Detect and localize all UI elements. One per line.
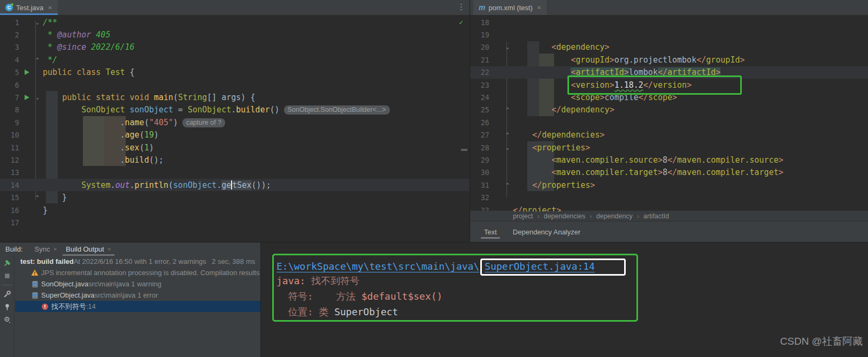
stop-icon[interactable] xyxy=(3,272,11,280)
code-line-26[interactable]: 26 xyxy=(470,116,868,128)
code-token xyxy=(513,168,551,177)
code-line-29[interactable]: 29 <maven.compiler.source>8</maven.compi… xyxy=(470,154,868,166)
code-token: > xyxy=(716,67,720,77)
breadcrumb-separator: › xyxy=(537,212,540,220)
pin-icon[interactable] xyxy=(3,303,11,311)
code-token: ge xyxy=(221,180,231,190)
code-token: * xyxy=(43,42,57,52)
code-line-9[interactable]: 9 .name("405")capture of ? xyxy=(0,116,470,128)
code-token: dependency xyxy=(556,42,604,52)
code-line-31[interactable]: 31⌃ </properties> xyxy=(470,179,868,191)
breadcrumb-item-dependencies[interactable]: dependencies xyxy=(544,212,586,220)
code-line-12[interactable]: 12 .build(); xyxy=(0,154,470,166)
code-line-6[interactable]: 6 xyxy=(0,79,470,91)
fold-marker-icon[interactable]: ⌄ xyxy=(32,95,43,100)
line-number: 20 xyxy=(470,43,491,51)
rerun-build-icon[interactable] xyxy=(3,259,11,267)
fold-marker-icon[interactable]: ⌃ xyxy=(502,107,513,112)
build-console[interactable]: E:\workSpace\my\test\src\main\java\Super… xyxy=(260,242,868,357)
code-line-1[interactable]: 1⌄/** xyxy=(0,16,470,28)
code-line-8[interactable]: 8 SonObject sonObject = SonObject.builde… xyxy=(0,104,470,116)
breadcrumb-separator: › xyxy=(590,212,592,220)
close-icon[interactable]: ✕ xyxy=(48,5,52,11)
code-line-11[interactable]: 11 .sex(1) xyxy=(0,141,470,154)
fold-marker-icon[interactable]: ⌃ xyxy=(32,57,43,63)
build-tree-row[interactable]: SuperObject.java src\main\java 1 error xyxy=(15,290,260,301)
build-tree-row[interactable]: 找不到符号 :14 xyxy=(15,301,260,312)
build-tab-build-output[interactable]: Build Output✕ xyxy=(62,242,116,256)
code-token: < xyxy=(532,143,537,153)
console-file-link[interactable]: E:\workSpace\my\test\src\main\java\ xyxy=(276,261,479,272)
code-line-19[interactable]: 19 xyxy=(470,28,868,41)
code-line-4[interactable]: 4⌃ */ xyxy=(0,54,470,66)
build-tab-sync[interactable]: Sync✕ xyxy=(30,242,62,256)
code-line-25[interactable]: 25⌃ </dependency> xyxy=(470,104,868,116)
console-text: java: xyxy=(276,275,311,286)
fold-marker-icon[interactable]: ⌃ xyxy=(502,132,513,138)
run-icon[interactable] xyxy=(25,95,29,100)
code-line-17[interactable]: 17 xyxy=(0,216,470,229)
breadcrumb-item-artifactId[interactable]: artifactId xyxy=(643,212,669,220)
breadcrumb-item-project[interactable]: project xyxy=(513,212,533,220)
code-line-5[interactable]: 5public class Test { xyxy=(0,66,470,79)
code-line-7[interactable]: 7⌄ public static void main(String[] args… xyxy=(0,91,470,103)
code-token: compile xyxy=(605,93,639,102)
tab-dependency-analyzer[interactable]: Dependency Analyzer xyxy=(512,223,581,241)
line-number: 10 xyxy=(0,131,21,139)
test-java-editor[interactable]: ✓ 1⌄/**2 * @author 4053 * @since 2022/6/… xyxy=(0,15,470,242)
line-number: 15 xyxy=(0,193,21,202)
code-token: artifactId xyxy=(575,67,624,77)
build-tree-row[interactable]: JPS incremental annotation processing is… xyxy=(15,267,260,278)
code-token: name xyxy=(125,118,144,127)
build-output-tree[interactable]: test: build failed At 2022/6/16 16:50 wi… xyxy=(15,256,260,357)
code-line-2[interactable]: 2 * @author 405 xyxy=(0,28,470,41)
editor-menu-kebab-icon[interactable]: ⋮ xyxy=(457,2,465,12)
code-line-18[interactable]: 18 xyxy=(470,16,868,28)
code-line-14[interactable]: 14 System.out.println(sonObject.getSex()… xyxy=(0,179,470,191)
close-icon[interactable]: ✕ xyxy=(537,5,541,11)
tab-test-java[interactable]: C Test.java ✕ xyxy=(0,0,58,15)
ide-window: C Test.java ✕ ⋮ ✓ 1⌄/**2 * @author 4053 … xyxy=(0,0,868,357)
build-tree-row[interactable]: test: build failed At 2022/6/16 16:50 wi… xyxy=(15,256,260,267)
code-line-10[interactable]: 10 .age(19) xyxy=(0,129,470,141)
code-line-13[interactable]: 13 xyxy=(0,166,470,179)
code-line-27[interactable]: 27⌃ </dependencies> xyxy=(470,129,868,141)
inspection-ok-icon[interactable]: ✓ xyxy=(459,18,463,26)
error-icon xyxy=(41,303,49,310)
code-line-24[interactable]: 24 <scope>compile</scope> xyxy=(470,91,868,103)
fold-marker-icon[interactable]: ⌃ xyxy=(32,195,43,200)
maven-icon: m xyxy=(479,4,485,11)
run-icon[interactable] xyxy=(25,70,29,75)
code-line-32[interactable]: 32 xyxy=(470,191,868,203)
console-file-link[interactable]: SuperObject.java:14 xyxy=(480,259,626,276)
code-token: ) xyxy=(149,143,154,153)
close-icon[interactable]: ✕ xyxy=(107,247,112,252)
pom-xml-editor[interactable]: 181920⌄ <dependency>21 <groupId>org.proj… xyxy=(470,15,868,211)
tab-pom-xml[interactable]: m pom.xml (test) ✕ xyxy=(473,0,547,15)
settings-icon[interactable] xyxy=(3,290,11,298)
fold-marker-icon[interactable]: ⌄ xyxy=(502,145,513,150)
code-line-15[interactable]: 15⌃ } xyxy=(0,191,470,203)
code-line-16[interactable]: 16} xyxy=(0,204,470,216)
code-line-30[interactable]: 30 <maven.compiler.target>8</maven.compi… xyxy=(470,166,868,179)
fold-marker-icon[interactable]: ⌃ xyxy=(502,183,513,188)
code-token: < xyxy=(551,168,556,177)
breadcrumb-item-dependency[interactable]: dependency xyxy=(596,212,633,220)
tree-row-text: SuperObject.java xyxy=(41,291,95,299)
code-line-23[interactable]: 23 <version>1.18.2</version> xyxy=(470,79,868,91)
code-line-22[interactable]: 22 <artifactId>lombok</artifactId> xyxy=(470,66,868,79)
build-tree-row[interactable]: SonObject.java src\main\java 1 warning xyxy=(15,278,260,290)
fold-marker-icon[interactable]: ⌄ xyxy=(502,44,513,50)
code-token: . xyxy=(231,105,236,115)
close-icon[interactable]: ✕ xyxy=(53,247,57,252)
code-line-21[interactable]: 21 <groupId>org.projectlombok</groupId> xyxy=(470,54,868,66)
code-line-20[interactable]: 20⌄ <dependency> xyxy=(470,41,868,54)
scrollbar-mark[interactable] xyxy=(461,149,467,151)
code-line-28[interactable]: 28⌄ <properties> xyxy=(470,141,868,154)
code-line-3[interactable]: 3 * @since 2022/6/16 xyxy=(0,41,470,54)
filter-icon[interactable] xyxy=(3,316,11,324)
line-number: 7 xyxy=(0,93,21,102)
tab-text[interactable]: Text xyxy=(483,223,498,241)
code-token: maven.compiler.source xyxy=(556,155,658,165)
fold-marker-icon[interactable]: ⌄ xyxy=(32,20,43,25)
